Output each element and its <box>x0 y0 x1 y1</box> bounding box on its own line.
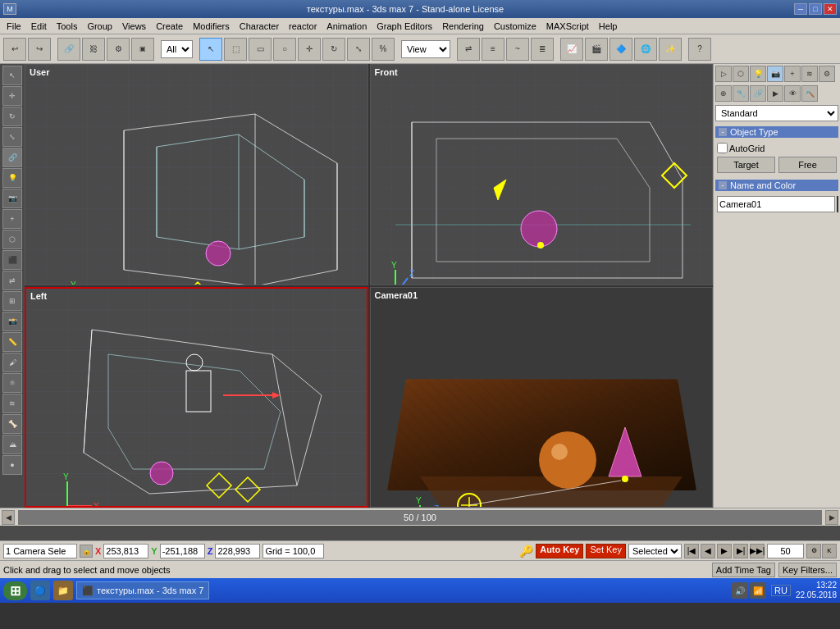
panel-tab-helpers[interactable]: + <box>784 66 801 82</box>
viewport-user[interactable]: User X Y <box>25 64 368 285</box>
select-filter-btn[interactable]: ▣ <box>131 38 154 61</box>
x-value[interactable]: 253,813 <box>103 544 148 558</box>
key-filters-btn[interactable]: Key Filters... <box>778 563 837 577</box>
lt-camera[interactable]: 📷 <box>2 189 22 208</box>
select-filter-dropdown[interactable]: All <box>161 40 193 58</box>
maximize-button[interactable]: □ <box>809 3 822 15</box>
free-button[interactable]: Free <box>778 157 837 173</box>
rotate-btn[interactable]: ↻ <box>322 38 345 61</box>
viewport-front[interactable]: Front X Y <box>370 64 714 285</box>
layer-btn[interactable]: ≣ <box>531 38 554 61</box>
lt-scale[interactable]: ⤡ <box>2 127 22 147</box>
redo-btn[interactable]: ↪ <box>28 38 51 61</box>
menu-item-tools[interactable]: Tools <box>52 21 83 32</box>
window-controls[interactable]: ─ □ ✕ <box>794 3 837 15</box>
curve-btn[interactable]: ~ <box>506 38 529 61</box>
undo-btn[interactable]: ↩ <box>3 38 26 61</box>
tab-create[interactable]: ⊕ <box>715 85 732 102</box>
add-time-tag-btn[interactable]: Add Time Tag <box>712 563 775 577</box>
material-btn[interactable]: 🔷 <box>609 38 632 61</box>
lt-bip[interactable]: 🦴 <box>2 414 22 434</box>
env-btn[interactable]: 🌐 <box>634 38 657 61</box>
viewport-left[interactable]: Left X <box>25 287 368 508</box>
panel-tab-lights[interactable]: 💡 <box>750 66 766 82</box>
menu-item-character[interactable]: Character <box>235 21 284 32</box>
tab-display[interactable]: 👁 <box>784 85 801 102</box>
rollout-toggle-name-color[interactable]: - <box>719 181 727 189</box>
unlink-btn[interactable]: ⛓ <box>82 38 105 61</box>
setkey-button[interactable]: Set Key <box>586 544 626 558</box>
lt-light[interactable]: 💡 <box>2 168 22 188</box>
tab-hierarchy[interactable]: 🔗 <box>750 85 766 102</box>
menu-item-rendering[interactable]: Rendering <box>437 21 489 32</box>
taskbar-lang[interactable]: RU <box>771 585 791 596</box>
lt-rotate[interactable]: ↻ <box>2 107 22 126</box>
taskbar-app-3dsmax[interactable]: ⬛ текстуры.max - 3ds max 7 <box>76 581 209 599</box>
object-name-input[interactable] <box>717 196 835 212</box>
lt-link[interactable]: 🔗 <box>2 148 22 167</box>
timeline-slider[interactable]: 50 / 100 <box>18 510 822 525</box>
object-category-dropdown[interactable]: Standard <box>715 105 838 121</box>
lt-mirror[interactable]: ⇌ <box>2 271 22 290</box>
lt-snapshot[interactable]: 📸 <box>2 312 22 331</box>
panel-tab-systems[interactable]: ⚙ <box>819 66 835 82</box>
timeline-next[interactable]: ▶ <box>825 510 838 525</box>
menu-item-reactor[interactable]: reactor <box>284 21 322 32</box>
lt-move[interactable]: ✛ <box>2 86 22 106</box>
scale-btn[interactable]: ⤡ <box>347 38 370 61</box>
taskbar-folder-icon[interactable]: 📁 <box>53 581 73 600</box>
bind-space-btn[interactable]: ⚙ <box>107 38 130 61</box>
go-end-btn[interactable]: ▶▶| <box>750 544 765 558</box>
panel-tab-shapes[interactable]: ⬡ <box>733 66 749 82</box>
lt-select[interactable]: ↖ <box>2 66 22 85</box>
lt-paint[interactable]: 🖌 <box>2 353 22 372</box>
select-region-btn[interactable]: ⬚ <box>224 38 247 61</box>
circle-select-btn[interactable]: ○ <box>273 38 296 61</box>
tab-utilities[interactable]: 🔨 <box>801 85 818 102</box>
menu-item-create[interactable]: Create <box>151 21 188 32</box>
time-config-btn[interactable]: ⚙ <box>806 544 821 558</box>
graph-btn[interactable]: 📈 <box>560 38 583 61</box>
effects-btn[interactable]: ✨ <box>659 38 682 61</box>
start-button[interactable]: ⊞ <box>3 581 27 600</box>
lt-helper[interactable]: + <box>2 209 22 229</box>
autogrid-checkbox[interactable] <box>717 143 728 153</box>
prev-frame-btn[interactable]: ◀ <box>701 544 715 558</box>
select-link-btn[interactable]: 🔗 <box>57 38 80 61</box>
viewport-camera[interactable]: Camera01 <box>370 287 714 508</box>
lt-reactor[interactable]: ⚛ <box>2 373 22 393</box>
target-button[interactable]: Target <box>717 157 775 173</box>
minimize-button[interactable]: ─ <box>794 3 807 15</box>
menu-item-file[interactable]: File <box>2 21 26 32</box>
key-mode-dropdown[interactable]: Selected <box>628 544 682 558</box>
align-btn[interactable]: ≡ <box>482 38 504 61</box>
menu-item-graph-editors[interactable]: Graph Editors <box>372 21 437 32</box>
timeline-prev[interactable]: ◀ <box>2 510 15 525</box>
percent-btn[interactable]: % <box>372 38 395 61</box>
panel-tab-spacewarps[interactable]: ≋ <box>801 66 818 82</box>
lt-space[interactable]: ≋ <box>2 394 22 413</box>
menu-item-views[interactable]: Views <box>117 21 151 32</box>
rollout-toggle-object-type[interactable]: - <box>719 128 727 136</box>
tab-modify[interactable]: 🔧 <box>733 85 749 102</box>
current-frame-input[interactable] <box>767 544 804 558</box>
select-btn[interactable]: ↖ <box>199 38 222 61</box>
menu-item-maxscript[interactable]: MAXScript <box>541 21 594 32</box>
panel-tab-cameras[interactable]: 📷 <box>767 66 783 82</box>
lt-shape[interactable]: ⬡ <box>2 230 22 249</box>
go-start-btn[interactable]: |◀ <box>684 544 699 558</box>
lt-misc[interactable]: ● <box>2 455 22 475</box>
view-dropdown[interactable]: View <box>401 40 450 58</box>
mirror-btn[interactable]: ⇌ <box>457 38 480 61</box>
color-swatch[interactable] <box>837 196 838 212</box>
next-frame-btn[interactable]: ▶| <box>733 544 748 558</box>
panel-tab-geometry[interactable]: ▷ <box>715 66 732 82</box>
key-mode-btn[interactable]: K <box>822 544 837 558</box>
lock-selection-btn[interactable]: 🔒 <box>80 545 93 558</box>
lt-geo[interactable]: ⬛ <box>2 250 22 270</box>
close-button[interactable]: ✕ <box>824 3 837 15</box>
render-btn[interactable]: 🎬 <box>585 38 608 61</box>
y-value[interactable]: -251,188 <box>160 544 205 558</box>
menu-item-animation[interactable]: Animation <box>322 21 372 32</box>
move-btn[interactable]: ✛ <box>298 38 321 61</box>
